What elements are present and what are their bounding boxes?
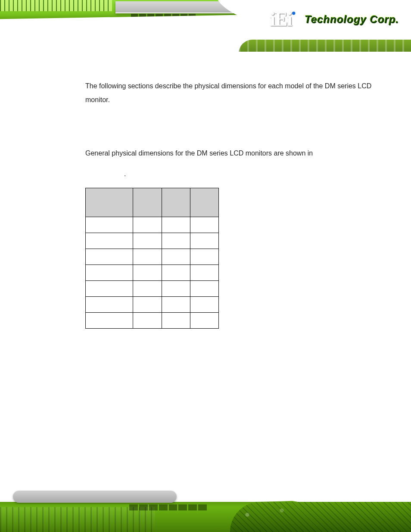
table-cell [133, 249, 162, 265]
table-cell [86, 249, 133, 265]
table-cell [133, 265, 162, 281]
table-cell [162, 313, 190, 329]
table-cell [86, 281, 133, 297]
table-cell [86, 233, 133, 249]
header-circuit-decor-left [0, 0, 112, 11]
footer-circuit-decor-right [230, 502, 411, 532]
dimensions-table [85, 188, 219, 329]
table-cell [190, 233, 218, 249]
dimensions-lead-paragraph: General physical dimensions for the DM s… [85, 146, 378, 160]
sentence-period: . [124, 167, 378, 181]
table-header-cell [86, 188, 133, 217]
footer-grey-bar [13, 491, 177, 503]
footer-tick-marks [129, 504, 207, 510]
table-cell [162, 281, 190, 297]
table-cell [133, 233, 162, 249]
brand-logo-text: Technology Corp. [305, 13, 399, 25]
table-row [86, 233, 219, 249]
table-cell [86, 217, 133, 233]
table-cell [86, 313, 133, 329]
table-cell [86, 297, 133, 313]
table-cell [162, 297, 190, 313]
table-row [86, 281, 219, 297]
table-header-cell [190, 188, 218, 217]
page-footer-band [0, 476, 411, 532]
header-circuit-decor-right [239, 40, 411, 52]
registered-symbol: ® [298, 21, 302, 28]
table-cell [190, 297, 218, 313]
table-cell [162, 233, 190, 249]
table-cell [86, 265, 133, 281]
table-cell [190, 313, 218, 329]
brand-logo-mark: iEi• [270, 8, 295, 31]
table-row [86, 217, 219, 233]
page-header-band: iEi• ® Technology Corp. [0, 0, 411, 52]
table-cell [133, 281, 162, 297]
table-header-cell [162, 188, 190, 217]
table-cell [162, 249, 190, 265]
intro-paragraph: The following sections describe the phys… [85, 79, 378, 107]
table-cell [162, 265, 190, 281]
footer-circuit-decor-left [0, 507, 155, 532]
table-header-cell [133, 188, 162, 217]
table-cell [133, 313, 162, 329]
table-cell [190, 249, 218, 265]
brand-logo-block: iEi• ® Technology Corp. [270, 8, 399, 31]
table-cell [133, 217, 162, 233]
table-cell [162, 217, 190, 233]
table-cell [133, 297, 162, 313]
table-row [86, 249, 219, 265]
table-cell [190, 265, 218, 281]
table-row [86, 265, 219, 281]
table-cell [190, 217, 218, 233]
table-row [86, 297, 219, 313]
table-header-row [86, 188, 219, 217]
table-cell [190, 281, 218, 297]
page-content: The following sections describe the phys… [85, 72, 378, 329]
table-row [86, 313, 219, 329]
